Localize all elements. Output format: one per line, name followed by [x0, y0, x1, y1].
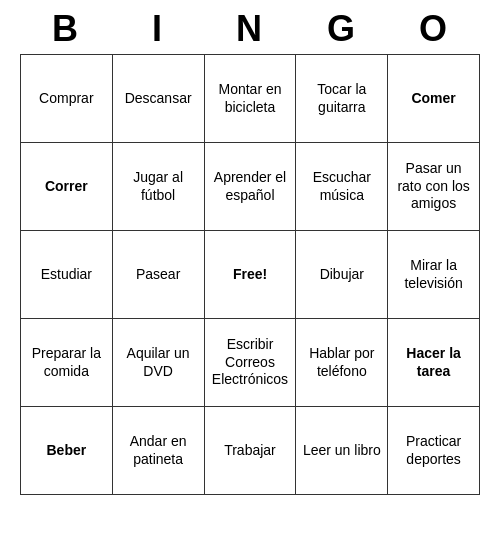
cell-r0-c1: Descansar: [112, 55, 204, 143]
title-i: I: [114, 8, 202, 50]
title-g: G: [298, 8, 386, 50]
cell-r1-c3: Escuchar música: [296, 143, 388, 231]
cell-r4-c1: Andar en patineta: [112, 407, 204, 495]
cell-r3-c4: Hacer la tarea: [388, 319, 480, 407]
cell-r2-c3: Dibujar: [296, 231, 388, 319]
bingo-title: B I N G O: [20, 0, 480, 54]
cell-r3-c3: Hablar por teléfono: [296, 319, 388, 407]
bingo-grid: ComprarDescansarMontar en bicicletaTocar…: [20, 54, 480, 495]
cell-r3-c1: Aquilar un DVD: [112, 319, 204, 407]
cell-r1-c4: Pasar un rato con los amigos: [388, 143, 480, 231]
cell-r4-c0: Beber: [21, 407, 113, 495]
title-b: B: [22, 8, 110, 50]
cell-r0-c2: Montar en bicicleta: [204, 55, 296, 143]
cell-r0-c3: Tocar la guitarra: [296, 55, 388, 143]
cell-r3-c2: Escribir Correos Electrónicos: [204, 319, 296, 407]
title-n: N: [206, 8, 294, 50]
cell-r0-c4: Comer: [388, 55, 480, 143]
cell-r4-c3: Leer un libro: [296, 407, 388, 495]
cell-r1-c1: Jugar al fútbol: [112, 143, 204, 231]
cell-r4-c4: Practicar deportes: [388, 407, 480, 495]
cell-r4-c2: Trabajar: [204, 407, 296, 495]
cell-r0-c0: Comprar: [21, 55, 113, 143]
cell-r3-c0: Preparar la comida: [21, 319, 113, 407]
cell-r2-c2: Free!: [204, 231, 296, 319]
cell-r2-c0: Estudiar: [21, 231, 113, 319]
cell-r2-c4: Mirar la televisión: [388, 231, 480, 319]
title-o: O: [390, 8, 478, 50]
cell-r1-c2: Aprender el español: [204, 143, 296, 231]
cell-r2-c1: Pasear: [112, 231, 204, 319]
cell-r1-c0: Correr: [21, 143, 113, 231]
